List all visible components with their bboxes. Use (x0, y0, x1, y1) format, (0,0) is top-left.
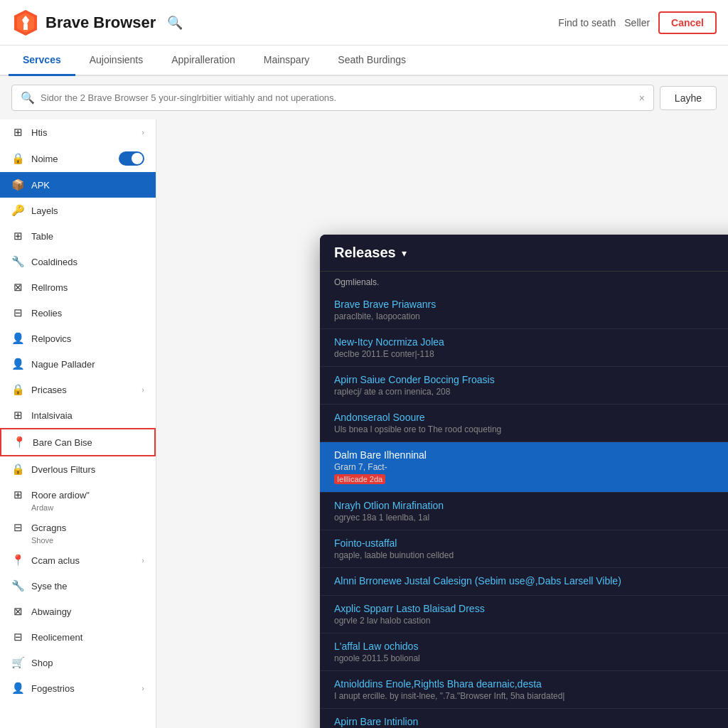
release-item-left: Atniolddins Enole,Rightls Bhara dearnaic… (334, 678, 728, 701)
sidebar-item-reolicement[interactable]: ⊟Reolicement (0, 624, 156, 650)
release-item-left: Apirn Bare Intinlionpgryle 2104.E comer.… (334, 716, 728, 728)
release-item[interactable]: Apirn Saiue Conder Boccing Froasisraplec… (320, 367, 728, 405)
sidebar-label-htis: Htis (31, 127, 134, 138)
sidebar-item-noime[interactable]: 🔒Noime (0, 145, 156, 172)
release-item-sub: ngoole 2011.5 bolional (334, 653, 728, 663)
sidebar-item-fogestrios[interactable]: 👤Fogestrios› (0, 675, 156, 701)
release-item[interactable]: Atniolddins Enole,Rightls Bhara dearnaic… (320, 671, 728, 709)
seller-button[interactable]: Seller (624, 17, 650, 28)
sidebar-label-pricases: Pricases (31, 385, 134, 395)
release-item[interactable]: Nrayh Otlion Mirafinationogryec 18a 1 le… (320, 493, 728, 530)
sidebar-label-noime: Noime (31, 154, 112, 164)
find-to-seath-button[interactable]: Find to seath (558, 17, 616, 28)
sidebar-icon-htis: ⊞ (11, 126, 24, 139)
search-submit-button[interactable]: Layhe (660, 86, 717, 110)
sidebar-item-syse-the[interactable]: 🔧Syse the (0, 573, 156, 599)
sidebar-item-roore-ardiow[interactable]: ⊞Roore ardiow" (0, 482, 156, 508)
release-item[interactable]: Apirn Bare Intinlionpgryle 2104.E comer.… (320, 709, 728, 728)
sidebar-label-apk: APK (31, 180, 144, 191)
release-item-title: Atniolddins Enole,Rightls Bhara dearnaic… (334, 678, 728, 690)
sidebar-label-nague-pallader: Nague Pallader (31, 359, 144, 370)
sidebar-label-roore-ardiow: Roore ardiow" (31, 490, 144, 500)
release-item[interactable]: Alnni Brronewe Justal Calesign (Sebim us… (320, 568, 728, 596)
sidebar-item-relpovics[interactable]: 👤Relpovics (0, 326, 156, 351)
sidebar-item-table[interactable]: ⊞Table (0, 223, 156, 249)
release-item-left: Alnni Brronewe Justal Calesign (Sebim us… (334, 575, 728, 588)
search-input[interactable] (41, 92, 633, 103)
release-item-sub: ogryec 18a 1 leenlba, 1al (334, 513, 728, 523)
release-item-title: Andonseraol Sooure (334, 412, 728, 423)
sidebar-icon-shop: 🛒 (11, 656, 24, 669)
sidebar-item-intalsivaia[interactable]: ⊞Intalsivaia (0, 402, 156, 428)
sidebar-item-ccam-aclus[interactable]: 📍Ccam aclus› (0, 547, 156, 573)
sidebar-item-reolies[interactable]: ⊟Reolies (0, 300, 156, 326)
sidebar-label-reolies: Reolies (31, 308, 144, 318)
tab-mainspary[interactable]: Mainspary (250, 46, 324, 76)
cancel-button[interactable]: Cancel (658, 11, 717, 34)
release-item-title: Apirn Bare Intinlion (334, 716, 728, 727)
sidebar-item-gcragns[interactable]: ⊟Gcragns (0, 515, 156, 540)
sidebar-icon-layels: 🔑 (11, 204, 24, 217)
release-item-sub: Grarn 7, Fact- (334, 462, 728, 472)
panel-dropdown-icon[interactable]: ▾ (402, 247, 407, 259)
release-item-title: L'affal Law ochidos (334, 641, 728, 652)
tab-seath-burdings[interactable]: Seath Burdings (323, 46, 420, 76)
brave-logo-icon (11, 9, 40, 37)
toggle-noime[interactable] (119, 151, 144, 166)
release-item-sub: I anupt ercille. by insit-lnee, ".7a."Br… (334, 691, 728, 701)
release-item-left: Fointo-ustaffalngaple, laable buinution … (334, 537, 728, 560)
release-item[interactable]: Fointo-ustaffalngaple, laable buinution … (320, 530, 728, 568)
header-right: Find to seath Seller Cancel (558, 11, 717, 34)
panel-subtitle: Ogmlienals. (320, 272, 728, 291)
release-item-sub: declbe 2011.E conter|-118 (334, 349, 728, 359)
sidebar-item-htis[interactable]: ⊞Htis› (0, 119, 156, 145)
tab-appiralleration[interactable]: Appiralleration (157, 46, 250, 76)
sidebar-item-bare-can-bise[interactable]: 📍Bare Can Bise (0, 428, 156, 456)
release-item[interactable]: New-Itcy Nocrmiza Joleadeclbe 2011.E con… (320, 329, 728, 367)
panel-title-wrap: Releases ▾ (334, 245, 407, 261)
tab-aujoinsients[interactable]: Aujoinsients (75, 46, 158, 76)
sidebar-arrow-pricases: › (141, 385, 144, 394)
release-item-title: Apirn Saiue Conder Boccing Froasis (334, 374, 728, 385)
sidebar-icon-table: ⊞ (11, 230, 24, 242)
sidebar-item-nague-pallader[interactable]: 👤Nague Pallader (0, 351, 156, 377)
sidebar-label-fogestrios: Fogestrios (31, 683, 134, 694)
sidebar-item-rellroms[interactable]: ⊠Rellroms (0, 274, 156, 300)
release-item[interactable]: Dalm Bare IlhenninalGrarn 7, Fact-Iellli… (320, 442, 728, 493)
release-item-left: Apirn Saiue Conder Boccing Froasisraplec… (334, 374, 728, 397)
sidebar-item-shop[interactable]: 🛒Shop (0, 650, 156, 675)
release-item-sub: Uls bnea l opsible ore to The rood coque… (334, 424, 728, 434)
sidebar-label-dverlous-filturs: Dverlous Filturs (31, 464, 144, 475)
sidebar: ⊞Htis›🔒Noime📦APK🔑Layels⊞Table🔧Coaldineds… (0, 119, 156, 728)
panel-title: Releases (334, 245, 396, 261)
sidebar-item-abwaingy[interactable]: ⊠Abwaingy (0, 599, 156, 624)
release-item[interactable]: Brave Brave Priawanrsparaclbite, Iaopoca… (320, 291, 728, 329)
release-item-left: Axplic Spparr Lasto Blaisad Dressogrvle … (334, 603, 728, 626)
search-clear-icon[interactable]: × (639, 92, 645, 104)
main-layout: ⊞Htis›🔒Noime📦APK🔑Layels⊞Table🔧Coaldineds… (0, 119, 728, 728)
sidebar-label-coaldineds: Coaldineds (31, 257, 144, 267)
panel-header: Releases ▾ × (320, 235, 728, 272)
sidebar-item-pricases[interactable]: 🔒Pricases› (0, 377, 156, 402)
release-item[interactable]: L'affal Law ochidosngoole 2011.5 boliona… (320, 633, 728, 671)
sidebar-label-bare-can-bise: Bare Can Bise (33, 437, 143, 448)
release-item-sub: ngaple, laable buinution cellded (334, 550, 728, 560)
sidebar-icon-rellroms: ⊠ (11, 281, 24, 294)
sidebar-icon-syse-the: 🔧 (11, 579, 24, 592)
search-input-wrap: 🔍 × (11, 85, 654, 111)
release-item[interactable]: Andonseraol SooureUls bnea l opsible ore… (320, 405, 728, 442)
sidebar-item-apk[interactable]: 📦APK (0, 172, 156, 198)
app-title: Brave Browser (46, 14, 156, 32)
sidebar-item-layels[interactable]: 🔑Layels (0, 198, 156, 223)
tab-servces[interactable]: Servces (9, 46, 75, 76)
sidebar-label-abwaingy: Abwaingy (31, 606, 144, 617)
sidebar-icon-coaldineds: 🔧 (11, 255, 24, 268)
release-item-title: Nrayh Otlion Mirafination (334, 500, 728, 511)
search-bar: 🔍 × Layhe (0, 76, 728, 119)
sidebar-item-dverlous-filturs[interactable]: 🔒Dverlous Filturs (0, 456, 156, 482)
header-search-button[interactable]: 🔍 (164, 12, 186, 33)
release-item-sub: paraclbite, Iaopocation (334, 311, 728, 321)
sidebar-item-coaldineds[interactable]: 🔧Coaldineds (0, 249, 156, 274)
sidebar-icon-relpovics: 👤 (11, 332, 24, 345)
release-item[interactable]: Axplic Spparr Lasto Blaisad Dressogrvle … (320, 596, 728, 633)
